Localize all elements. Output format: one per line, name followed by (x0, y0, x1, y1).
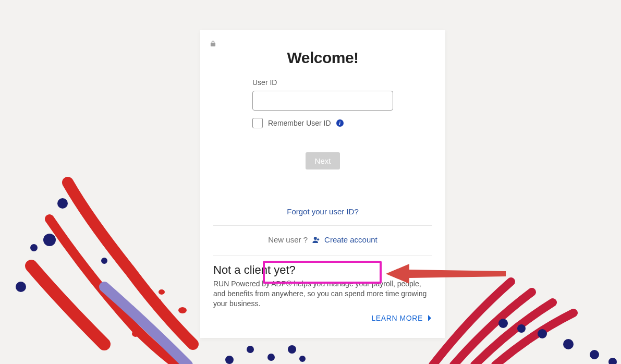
svg-point-20 (608, 358, 617, 364)
login-card: Welcome! User ID Remember User ID i Next… (200, 30, 445, 338)
user-id-input[interactable] (252, 91, 393, 111)
login-form: User ID Remember User ID i Next (252, 78, 393, 169)
create-account-link[interactable]: Create account (312, 235, 378, 244)
svg-point-2 (30, 244, 38, 251)
svg-point-16 (517, 324, 526, 333)
svg-point-0 (57, 198, 68, 209)
new-user-row: New user ? Create account (268, 235, 378, 244)
new-user-text: New user ? (268, 235, 308, 244)
forgot-user-id-link[interactable]: Forgot your user ID? (287, 207, 359, 216)
next-button[interactable]: Next (306, 152, 340, 169)
promo-section: Not a client yet? RUN Powered by ADP® he… (213, 263, 432, 322)
user-plus-icon (312, 236, 321, 244)
remember-checkbox[interactable] (252, 118, 263, 128)
divider (213, 225, 432, 226)
svg-point-15 (498, 319, 508, 328)
svg-point-18 (563, 339, 574, 349)
create-account-label: Create account (324, 235, 378, 244)
svg-point-17 (538, 329, 547, 338)
learn-more-link[interactable]: LEARN MORE (213, 314, 432, 322)
svg-point-5 (151, 298, 162, 307)
svg-point-3 (16, 282, 26, 292)
svg-point-19 (590, 350, 599, 359)
lock-icon (210, 40, 216, 47)
learn-more-label: LEARN MORE (371, 314, 423, 322)
svg-point-12 (267, 354, 275, 361)
svg-point-1 (43, 234, 56, 246)
svg-point-14 (299, 356, 306, 362)
svg-point-11 (247, 346, 254, 353)
promo-title: Not a client yet? (213, 263, 432, 277)
info-icon[interactable]: i (336, 119, 344, 127)
page-title: Welcome! (287, 49, 358, 67)
svg-point-4 (101, 258, 107, 264)
svg-point-8 (132, 331, 139, 337)
promo-body: RUN Powered by ADP® helps you manage you… (213, 279, 432, 309)
svg-point-7 (178, 307, 187, 313)
divider (213, 256, 432, 256)
chevron-right-icon (427, 315, 432, 321)
user-id-label: User ID (252, 78, 393, 87)
svg-point-13 (288, 345, 296, 354)
svg-point-10 (225, 356, 234, 364)
svg-point-6 (162, 314, 172, 322)
svg-point-9 (159, 289, 165, 295)
remember-label: Remember User ID (268, 119, 331, 127)
